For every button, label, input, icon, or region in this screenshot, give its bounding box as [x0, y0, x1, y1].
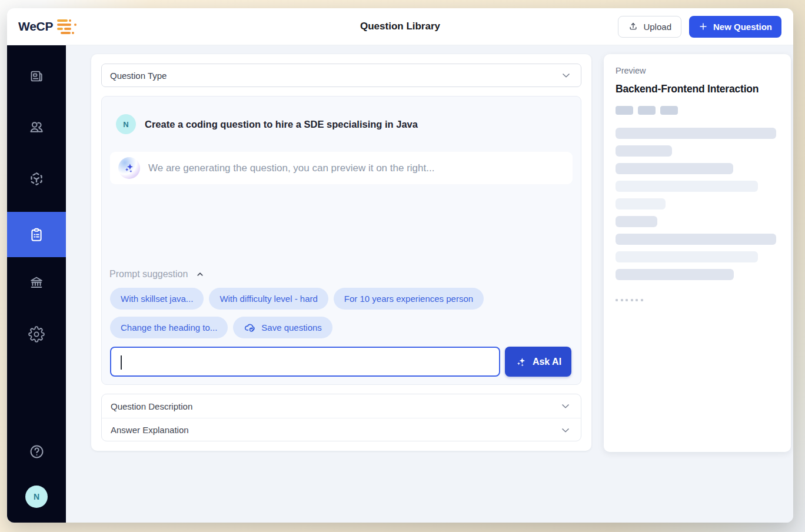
accordion-answer-explanation[interactable]: Answer Explanation — [102, 418, 581, 441]
avatar: N — [25, 486, 48, 508]
dashed-cube-icon — [28, 171, 45, 187]
skeleton-tag-pill — [638, 106, 656, 115]
sidebar-item-question-library[interactable] — [7, 212, 66, 257]
chevron-down-icon — [559, 424, 572, 437]
question-builder-card: Question Type N Create a coding question… — [91, 54, 591, 451]
user-message-row: N Create a coding question to hire a SDE… — [116, 114, 573, 134]
skeleton-bars — [616, 128, 779, 280]
sidebar-item-skills[interactable] — [7, 164, 66, 194]
accordion-question-description[interactable]: Question Description — [102, 394, 581, 418]
chevron-down-icon — [559, 400, 572, 413]
users-icon — [28, 119, 45, 135]
skeleton-dot — [631, 299, 633, 301]
bank-icon — [28, 274, 45, 291]
chip-ten-years-experience[interactable]: For 10 years experiences person — [334, 288, 484, 310]
chip-change-heading[interactable]: Change the heading to... — [110, 317, 228, 338]
text-cursor — [121, 355, 122, 370]
content-area: Question Type N Create a coding question… — [66, 45, 793, 523]
skeleton-text-bar — [616, 198, 666, 210]
chip-label: Change the heading to... — [121, 322, 217, 332]
preview-panel: Preview Backend-Frontend Interaction — [604, 54, 791, 452]
suggestion-chips-row-2: Change the heading to... Save questions — [110, 317, 573, 338]
new-question-button[interactable]: New Question — [689, 16, 781, 38]
settings-gear-icon — [28, 326, 45, 343]
ai-chat-panel: N Create a coding question to hire a SDE… — [101, 96, 581, 385]
skeleton-text-bar — [616, 251, 758, 262]
top-header: WeCP Question Library Upload — [7, 8, 793, 45]
accordion-label: Question Description — [111, 401, 192, 411]
question-type-label: Question Type — [110, 71, 167, 81]
ask-ai-button-label: Ask AI — [533, 357, 561, 367]
upload-button[interactable]: Upload — [618, 16, 681, 38]
skeleton-dot — [626, 299, 628, 301]
prompt-suggestion-toggle[interactable]: Prompt suggestion — [109, 269, 581, 280]
app-window: WeCP Question Library Upload — [7, 8, 793, 523]
sidebar-item-help[interactable] — [7, 436, 66, 467]
ask-ai-input[interactable] — [110, 347, 500, 377]
accordion-label: Answer Explanation — [111, 425, 189, 435]
upload-button-label: Upload — [643, 22, 671, 32]
skeleton-dot — [616, 299, 618, 301]
preview-label: Preview — [616, 66, 779, 75]
skeleton-dot — [641, 299, 643, 301]
sidebar-item-settings[interactable] — [7, 319, 66, 350]
skeleton-dot — [621, 299, 623, 301]
skeleton-text-bar — [616, 163, 733, 174]
user-avatar: N — [116, 114, 136, 134]
sidebar-user-avatar[interactable]: N — [7, 481, 66, 512]
skeleton-tag-pill — [616, 106, 633, 115]
skeleton-text-bar — [616, 234, 776, 245]
ai-message-bubble: We are generating the question, you can … — [110, 152, 573, 184]
ask-ai-button[interactable]: Ask AI — [505, 347, 571, 377]
sidebar-item-institution[interactable] — [7, 267, 66, 298]
upload-icon — [628, 21, 638, 32]
cloud-check-icon — [244, 321, 257, 334]
skeleton-text-bar — [616, 269, 734, 280]
chip-label: For 10 years experiences person — [344, 294, 473, 304]
plus-icon — [698, 22, 708, 31]
new-question-button-label: New Question — [713, 22, 772, 32]
skeleton-tag-pill — [660, 106, 678, 115]
chip-difficulty-hard[interactable]: With difficulty level - hard — [209, 288, 328, 310]
question-type-select[interactable]: Question Type — [101, 64, 581, 87]
chip-label: With difficulty level - hard — [219, 294, 317, 304]
skeleton-loading-dots — [616, 299, 779, 301]
help-icon — [28, 443, 45, 460]
ai-sparkle-avatar-icon — [118, 157, 140, 179]
sections-accordion: Question Description Answer Explanation — [101, 394, 581, 441]
preview-question-title: Backend-Frontend Interaction — [616, 83, 779, 95]
prompt-suggestion-label: Prompt suggestion — [109, 269, 188, 280]
chip-save-questions[interactable]: Save questions — [233, 317, 332, 338]
left-sidebar: N — [7, 45, 66, 523]
skeleton-text-bar — [616, 216, 657, 227]
sparkles-icon — [515, 355, 528, 368]
skeleton-text-bar — [616, 181, 758, 192]
skeleton-text-bar — [616, 145, 672, 157]
chip-label: With skillset java... — [121, 294, 193, 304]
ask-ai-input-row: Ask AI — [110, 347, 571, 377]
chip-skillset-java[interactable]: With skillset java... — [110, 288, 204, 310]
sidebar-item-candidates[interactable] — [7, 112, 66, 142]
skeleton-tags-row — [616, 106, 779, 115]
sidebar-item-library[interactable] — [7, 61, 66, 91]
news-feed-icon — [29, 68, 45, 84]
skeleton-dot — [636, 299, 638, 301]
chevron-up-icon — [195, 269, 205, 280]
chevron-down-icon — [560, 69, 573, 82]
clipboard-list-icon — [28, 227, 45, 243]
skeleton-text-bar — [616, 128, 776, 139]
ai-message-text: We are generating the question, you can … — [148, 162, 434, 174]
chip-label: Save questions — [261, 322, 322, 332]
header-actions: Upload New Question — [618, 16, 793, 38]
user-message-text: Create a coding question to hire a SDE s… — [145, 119, 418, 130]
suggestion-chips-row-1: With skillset java... With difficulty le… — [110, 288, 573, 310]
